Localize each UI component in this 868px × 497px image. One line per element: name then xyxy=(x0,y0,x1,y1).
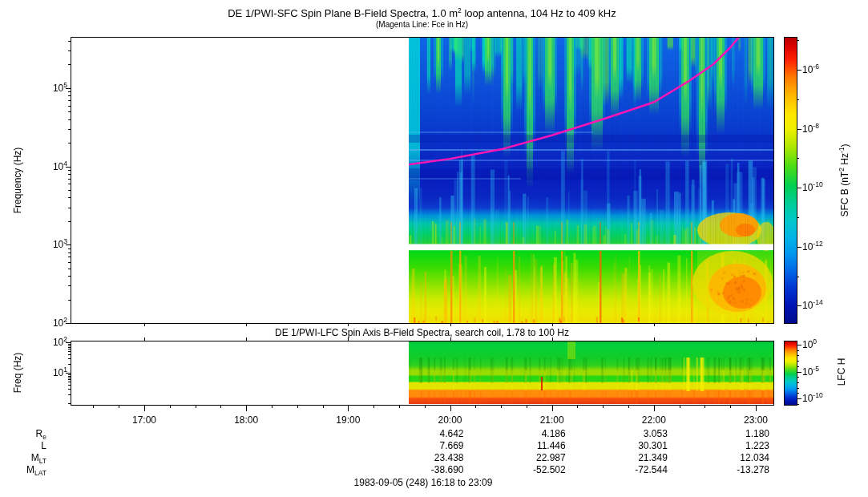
footer-ephemeris-value: 30.301 xyxy=(604,440,668,451)
footer-ephemeris-value: -13.278 xyxy=(705,464,769,475)
sfc-colorbar-tick-label: 10-8 xyxy=(802,122,819,135)
x-hour-label: 21:00 xyxy=(527,414,578,426)
footer-ephemeris-value: 3.053 xyxy=(604,428,668,439)
x-hour-label: 22:00 xyxy=(628,414,680,426)
date-range-line: 1983-09-05 (248) 16:18 to 23:09 xyxy=(303,477,543,488)
lfc-y-axis-label: Freq (Hz) xyxy=(12,353,23,394)
footer-ephemeris-value: 23.438 xyxy=(400,452,464,463)
footer-row-label: MLAT xyxy=(6,464,46,477)
lfc-colorbar-tick-label: 100 xyxy=(802,337,817,350)
x-hour-label: 19:00 xyxy=(322,414,373,426)
sfc-colorbar-tick-label: 10-14 xyxy=(802,298,823,311)
footer-ephemeris-value: -52.502 xyxy=(502,464,566,475)
footer-ephemeris-value: 21.349 xyxy=(604,452,668,463)
footer-ephemeris-value: 4.186 xyxy=(502,428,566,439)
sfc-ytick-label: 105 xyxy=(30,81,67,94)
footer-row-label: L xyxy=(6,440,46,451)
footer-ephemeris-value: 22.987 xyxy=(502,452,566,463)
sfc-ytick-label: 103 xyxy=(30,237,67,250)
spectrogram-page: DE 1/PWI-SFC Spin Plane B-Field Spectra,… xyxy=(0,0,868,497)
footer-ephemeris-value: 12.034 xyxy=(705,452,769,463)
sfc-title: DE 1/PWI-SFC Spin Plane B-Field Spectra,… xyxy=(71,6,773,19)
x-hour-label: 18:00 xyxy=(220,414,272,426)
lfc-colorbar-tick-label: 10-5 xyxy=(802,365,819,378)
footer-ephemeris-value: -72.544 xyxy=(604,464,668,475)
sfc-colorbar-tick-label: 10-6 xyxy=(802,63,819,75)
footer-ephemeris-value: 1.223 xyxy=(705,440,769,451)
sfc-y-axis-label: Frequency (Hz) xyxy=(12,147,23,214)
x-hour-label: 23:00 xyxy=(730,414,781,426)
sfc-subtitle: (Magenta Line: Fce in Hz) xyxy=(71,20,773,29)
footer-row-label: MLT xyxy=(6,452,46,465)
sfc-ytick-label: 104 xyxy=(30,160,67,172)
footer-ephemeris-value: 1.180 xyxy=(705,428,769,439)
sfc-ytick-label: 102 xyxy=(30,316,67,329)
footer-ephemeris-value: -38.690 xyxy=(400,464,464,475)
lfc-colorbar-tick-label: 10-10 xyxy=(802,391,823,404)
lfc-ytick-label: 101 xyxy=(30,366,67,378)
lfc-ytick-label: 102 xyxy=(30,335,67,348)
sfc-colorbar-tick-label: 10-10 xyxy=(802,180,823,193)
x-hour-label: 17:00 xyxy=(119,414,170,426)
lfc-title: DE 1/PWI-LFC Spin Axis B-Field Spectra, … xyxy=(71,327,773,338)
footer-ephemeris-value: 11.446 xyxy=(502,440,566,451)
x-hour-label: 20:00 xyxy=(425,414,476,426)
footer-ephemeris-value: 7.669 xyxy=(400,440,464,451)
lfc-colorbar-unit-label: LFC H xyxy=(836,358,847,386)
footer-row-label: Re xyxy=(6,428,46,441)
footer-ephemeris-value: 4.642 xyxy=(400,428,464,439)
sfc-colorbar-unit-label: SFC B (nT2 Hz-1) xyxy=(838,144,850,217)
sfc-colorbar-tick-label: 10-12 xyxy=(802,240,823,253)
